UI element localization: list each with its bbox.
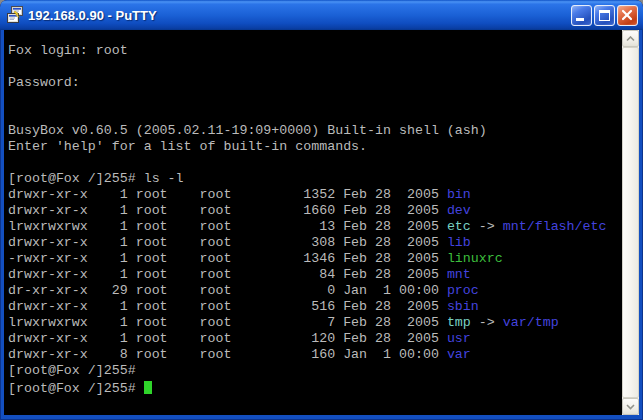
window-title: 192.168.0.90 - PuTTY <box>28 7 571 23</box>
terminal-line: Password: <box>8 75 622 91</box>
minimize-icon <box>576 18 584 21</box>
scrollbar[interactable] <box>622 30 639 415</box>
terminal-line: dr-xr-xr-x 29 root root 0 Jan 1 00:00 pr… <box>8 283 622 299</box>
terminal-line: drwxr-xr-x 1 root root 1660 Feb 28 2005 … <box>8 203 622 219</box>
terminal-line: Fox login: root <box>8 43 622 59</box>
terminal-line: BusyBox v0.60.5 (2005.02.11-19:09+0000) … <box>8 123 622 139</box>
window-controls <box>571 5 638 26</box>
maximize-button[interactable] <box>594 5 615 26</box>
terminal-cursor <box>144 381 152 394</box>
terminal-line: lrwxrwxrwx 1 root root 13 Feb 28 2005 et… <box>8 219 622 235</box>
minimize-button[interactable] <box>571 5 592 26</box>
titlebar[interactable]: 192.168.0.90 - PuTTY <box>0 0 643 30</box>
scrollbar-track[interactable] <box>622 47 639 398</box>
terminal-line: [root@Fox /]255# ls -l <box>8 171 622 187</box>
terminal-line: drwxr-xr-x 8 root root 160 Jan 1 00:00 v… <box>8 347 622 363</box>
terminal-line: drwxr-xr-x 1 root root 120 Feb 28 2005 u… <box>8 331 622 347</box>
terminal-line: [root@Fox /]255# <box>8 379 622 395</box>
terminal-line: -rwxr-xr-x 1 root root 1346 Feb 28 2005 … <box>8 251 622 267</box>
putty-window: 192.168.0.90 - PuTTY Fox login: rootPass… <box>0 0 643 420</box>
terminal-output: Fox login: rootPassword:BusyBox v0.60.5 … <box>4 30 622 415</box>
terminal-line: drwxr-xr-x 1 root root 84 Feb 28 2005 mn… <box>8 267 622 283</box>
terminal-line: drwxr-xr-x 1 root root 308 Feb 28 2005 l… <box>8 235 622 251</box>
terminal-line: drwxr-xr-x 1 root root 1352 Feb 28 2005 … <box>8 187 622 203</box>
scrollbar-thumb[interactable] <box>622 47 639 398</box>
terminal-line: drwxr-xr-x 1 root root 516 Feb 28 2005 s… <box>8 299 622 315</box>
maximize-icon <box>599 10 610 21</box>
terminal-line: Enter 'help' for a list of built-in comm… <box>8 139 622 155</box>
chevron-down-icon <box>626 404 635 410</box>
terminal-line <box>8 59 622 75</box>
terminal-line: lrwxrwxrwx 1 root root 7 Feb 28 2005 tmp… <box>8 315 622 331</box>
scroll-up-button[interactable] <box>622 30 639 47</box>
scroll-down-button[interactable] <box>622 398 639 415</box>
terminal-line <box>8 91 622 107</box>
chevron-up-icon <box>626 36 635 42</box>
putty-icon <box>6 6 24 24</box>
terminal-line <box>8 107 622 123</box>
terminal-screen[interactable]: Fox login: rootPassword:BusyBox v0.60.5 … <box>4 30 639 415</box>
close-icon <box>618 6 637 25</box>
close-button[interactable] <box>617 5 638 26</box>
terminal-line: [root@Fox /]255# <box>8 363 622 379</box>
terminal-line <box>8 155 622 171</box>
